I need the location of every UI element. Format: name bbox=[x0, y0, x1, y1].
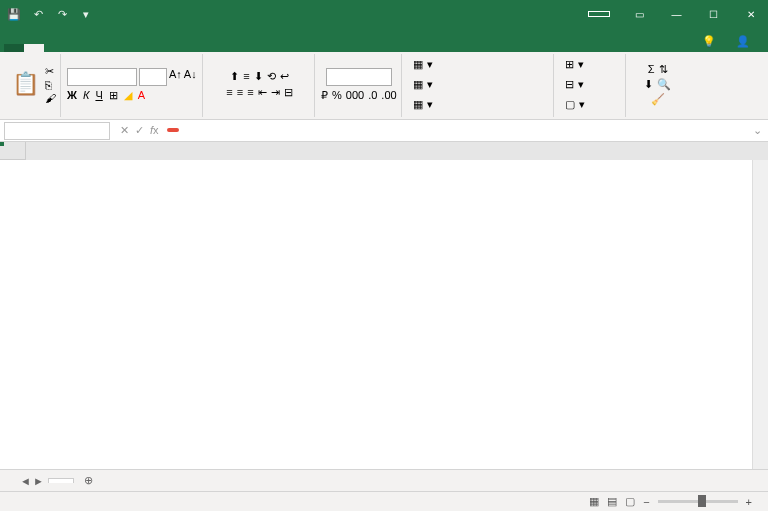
underline-icon[interactable]: Ч bbox=[95, 89, 102, 102]
tab-view[interactable] bbox=[144, 44, 164, 52]
tab-next-icon[interactable]: ► bbox=[33, 475, 44, 487]
tab-review[interactable] bbox=[124, 44, 144, 52]
formatpainter-icon[interactable]: 🖌 bbox=[45, 92, 56, 104]
dec-inc-icon[interactable]: .0 bbox=[368, 89, 377, 102]
ribbon: 📋 ✂⎘🖌 A↑A↓ ЖКЧ⊞◢A ⬆≡⬇⟲↩ ≡≡≡⇤⇥⊟ ₽%000.0.0… bbox=[0, 52, 768, 120]
find-icon[interactable]: 🔍 bbox=[657, 78, 671, 91]
vertical-scrollbar[interactable] bbox=[752, 160, 768, 469]
fill-icon[interactable]: ◢ bbox=[124, 89, 132, 102]
tab-developer[interactable] bbox=[164, 44, 184, 52]
font-label bbox=[67, 115, 198, 117]
autosum-icon[interactable]: Σ bbox=[648, 63, 655, 76]
view-layout-icon[interactable]: ▤ bbox=[607, 495, 617, 508]
copy-icon[interactable]: ⎘ bbox=[45, 79, 56, 91]
border-icon[interactable]: ⊞ bbox=[109, 89, 118, 102]
cells-area[interactable] bbox=[26, 160, 768, 469]
close-icon[interactable]: ✕ bbox=[733, 0, 768, 28]
ribbon-options-icon[interactable]: ▭ bbox=[622, 0, 657, 28]
cancel-formula-icon[interactable]: ✕ bbox=[120, 124, 129, 137]
name-box[interactable] bbox=[4, 122, 110, 140]
minimize-icon[interactable]: ― bbox=[659, 0, 694, 28]
formula-bar: ✕ ✓ fx ⌄ bbox=[0, 120, 768, 142]
group-styles: ▦ ▾ ▦ ▾ ▦ ▾ bbox=[404, 54, 554, 117]
align-top-icon[interactable]: ⬆ bbox=[230, 70, 239, 83]
group-editing: Σ⇅ ⬇🔍 🧹 bbox=[628, 54, 688, 117]
grid[interactable] bbox=[0, 142, 768, 469]
sheet-tab[interactable] bbox=[48, 478, 74, 483]
number-label bbox=[321, 115, 397, 117]
group-clipboard: 📋 ✂⎘🖌 bbox=[4, 54, 61, 117]
view-break-icon[interactable]: ▢ bbox=[625, 495, 635, 508]
qat-more-icon[interactable]: ▾ bbox=[78, 6, 94, 22]
styles-label bbox=[408, 115, 549, 117]
enter-formula-icon[interactable]: ✓ bbox=[135, 124, 144, 137]
save-icon[interactable]: 💾 bbox=[6, 6, 22, 22]
align-bot-icon[interactable]: ⬇ bbox=[254, 70, 263, 83]
group-alignment: ⬆≡⬇⟲↩ ≡≡≡⇤⇥⊟ bbox=[205, 54, 315, 117]
zoom-in-icon[interactable]: + bbox=[746, 496, 752, 508]
clipboard-label bbox=[8, 115, 56, 117]
bold-icon[interactable]: Ж bbox=[67, 89, 77, 102]
zoom-out-icon[interactable]: − bbox=[643, 496, 649, 508]
increase-font-icon[interactable]: A↑ bbox=[169, 68, 182, 86]
login-button[interactable] bbox=[588, 11, 610, 17]
cell-styles-button[interactable]: ▦ ▾ bbox=[408, 95, 438, 114]
tab-insert[interactable] bbox=[44, 44, 64, 52]
paste-button[interactable]: 📋 bbox=[8, 69, 43, 101]
group-cells: ⊞ ▾ ⊟ ▾ ▢ ▾ bbox=[556, 54, 626, 117]
expand-formula-icon[interactable]: ⌄ bbox=[747, 124, 768, 137]
indent-inc-icon[interactable]: ⇥ bbox=[271, 86, 280, 99]
comma-icon[interactable]: 000 bbox=[346, 89, 364, 102]
align-left-icon[interactable]: ≡ bbox=[226, 86, 232, 99]
indent-dec-icon[interactable]: ⇤ bbox=[258, 86, 267, 99]
clear-icon[interactable]: 🧹 bbox=[651, 93, 665, 106]
decrease-font-icon[interactable]: A↓ bbox=[184, 68, 197, 86]
tab-data[interactable] bbox=[104, 44, 124, 52]
undo-icon[interactable]: ↶ bbox=[30, 6, 46, 22]
tab-layout[interactable] bbox=[64, 44, 84, 52]
align-center-icon[interactable]: ≡ bbox=[237, 86, 243, 99]
wrap-icon[interactable]: ↩ bbox=[280, 70, 289, 83]
tab-prev-icon[interactable]: ◄ bbox=[20, 475, 31, 487]
delete-cells-button[interactable]: ⊟ ▾ bbox=[560, 75, 589, 94]
fill-down-icon[interactable]: ⬇ bbox=[644, 78, 653, 91]
tab-help[interactable] bbox=[184, 44, 204, 52]
dec-dec-icon[interactable]: .00 bbox=[381, 89, 396, 102]
orient-icon[interactable]: ⟲ bbox=[267, 70, 276, 83]
add-sheet-icon[interactable]: ⊕ bbox=[78, 472, 99, 489]
align-mid-icon[interactable]: ≡ bbox=[243, 70, 249, 83]
sort-icon[interactable]: ⇅ bbox=[659, 63, 668, 76]
share-button[interactable]: 👤 bbox=[726, 31, 760, 52]
redo-icon[interactable]: ↷ bbox=[54, 6, 70, 22]
currency-icon[interactable]: ₽ bbox=[321, 89, 328, 102]
select-all-corner[interactable] bbox=[0, 142, 26, 160]
cut-icon[interactable]: ✂ bbox=[45, 65, 56, 78]
italic-icon[interactable]: К bbox=[83, 89, 89, 102]
format-table-button[interactable]: ▦ ▾ bbox=[408, 75, 438, 94]
column-headers bbox=[26, 142, 768, 160]
cells-label bbox=[560, 115, 621, 117]
maximize-icon[interactable]: ☐ bbox=[696, 0, 731, 28]
view-normal-icon[interactable]: ▦ bbox=[589, 495, 599, 508]
font-size-select[interactable] bbox=[139, 68, 167, 86]
cond-format-button[interactable]: ▦ ▾ bbox=[408, 55, 438, 74]
editing-label bbox=[632, 115, 684, 117]
number-format-select[interactable] bbox=[326, 68, 392, 86]
tellme-button[interactable]: 💡 bbox=[692, 31, 726, 52]
align-right-icon[interactable]: ≡ bbox=[247, 86, 253, 99]
fx-icon[interactable]: fx bbox=[150, 124, 159, 137]
tab-home[interactable] bbox=[24, 44, 44, 52]
format-cells-button[interactable]: ▢ ▾ bbox=[560, 95, 590, 114]
tab-file[interactable] bbox=[4, 44, 24, 52]
formula-input[interactable] bbox=[165, 129, 747, 133]
tab-formulas[interactable] bbox=[84, 44, 104, 52]
zoom-slider[interactable] bbox=[658, 500, 738, 503]
insert-cells-button[interactable]: ⊞ ▾ bbox=[560, 55, 589, 74]
merge-icon[interactable]: ⊟ bbox=[284, 86, 293, 99]
sheet-tabs-bar: ◄► ⊕ bbox=[0, 469, 768, 491]
ribbon-tabs: 💡 👤 bbox=[0, 28, 768, 52]
font-name-select[interactable] bbox=[67, 68, 137, 86]
fontcolor-icon[interactable]: A bbox=[138, 89, 145, 102]
percent-icon[interactable]: % bbox=[332, 89, 342, 102]
group-font: A↑A↓ ЖКЧ⊞◢A bbox=[63, 54, 203, 117]
